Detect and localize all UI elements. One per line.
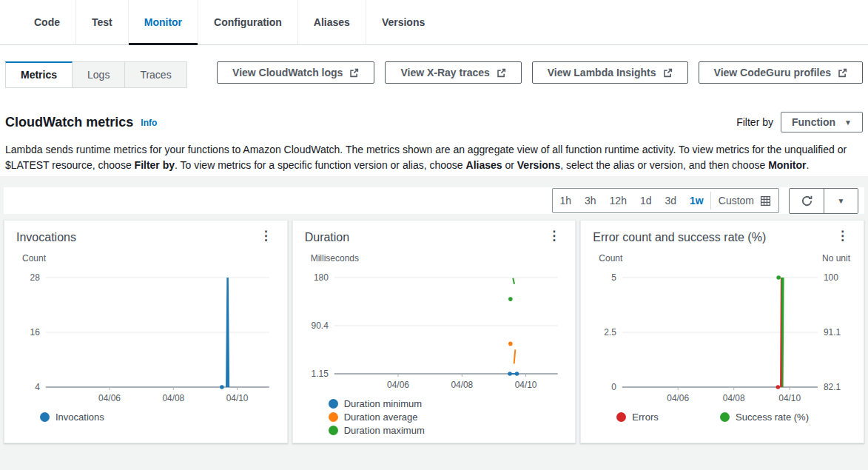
- view-codeguru-profiles-button[interactable]: View CodeGuru profiles: [699, 61, 863, 84]
- series-line: [513, 278, 514, 284]
- svg-text:90.4: 90.4: [311, 320, 329, 331]
- range-custom[interactable]: Custom: [710, 192, 778, 209]
- legend-item-success-rate-[interactable]: Success rate (%): [720, 412, 809, 423]
- svg-text:04/10: 04/10: [779, 393, 801, 403]
- chart-plot: 51002.591.1082.104/0604/0804/10: [593, 267, 852, 405]
- widget-menu-button[interactable]: ⋮: [545, 231, 563, 241]
- filter-dropdown[interactable]: Function ▼: [781, 112, 863, 132]
- legend-color-dot: [616, 412, 626, 422]
- svg-text:0: 0: [611, 382, 616, 392]
- svg-text:100: 100: [824, 272, 838, 283]
- subtab-metrics[interactable]: Metrics: [5, 61, 73, 88]
- legend-item-invocations[interactable]: Invocations: [40, 412, 104, 423]
- legend-label: Invocations: [55, 412, 104, 423]
- svg-text:04/08: 04/08: [451, 380, 473, 390]
- legend-item-duration-average[interactable]: Duration average: [329, 412, 445, 423]
- view-lambda-insights-button[interactable]: View Lambda Insights: [532, 61, 688, 84]
- legend-label: Success rate (%): [736, 412, 809, 423]
- subtab-traces[interactable]: Traces: [125, 61, 186, 88]
- svg-text:04/10: 04/10: [514, 380, 536, 390]
- legend-color-dot: [720, 412, 730, 422]
- series-line: [226, 278, 229, 387]
- tab-code[interactable]: Code: [18, 0, 75, 44]
- axis-unit-row: CountNo unit: [593, 253, 852, 264]
- external-link-icon: [349, 68, 359, 78]
- external-link-icon: [497, 68, 506, 78]
- legend-color-dot: [40, 412, 50, 422]
- svg-text:2.5: 2.5: [605, 327, 617, 338]
- legend-label: Errors: [632, 412, 658, 423]
- time-bar: 1h3h12h1d3d1wCustom ▼: [4, 187, 864, 214]
- metrics-cards: Invocations⋮Count2816404/0604/0804/10Inv…: [4, 220, 864, 443]
- calendar-grid-icon: [760, 195, 771, 207]
- view-x-ray-traces-button[interactable]: View X-Ray traces: [385, 61, 521, 84]
- series-line: [782, 278, 784, 387]
- range-1d[interactable]: 1d: [633, 189, 659, 212]
- svg-text:16: 16: [30, 327, 41, 338]
- legend-label: Duration minimum: [344, 398, 422, 409]
- legend-item-duration-minimum[interactable]: Duration minimum: [329, 398, 445, 409]
- chart-plot: 2816404/0604/0804/10: [16, 267, 275, 405]
- range-12h[interactable]: 12h: [603, 189, 633, 212]
- monitor-subtabs: MetricsLogsTraces: [5, 61, 187, 88]
- refresh-controls: ▼: [789, 188, 858, 214]
- subtab-logs[interactable]: Logs: [73, 61, 125, 88]
- series-marker: [508, 297, 513, 301]
- legend-label: Duration average: [344, 412, 418, 423]
- refresh-icon: [801, 195, 813, 207]
- legend-item-errors[interactable]: Errors: [616, 412, 658, 423]
- legend-color-dot: [329, 426, 338, 435]
- left-axis-unit-label: Count: [599, 253, 622, 264]
- filter-dropdown-value: Function: [792, 116, 835, 128]
- svg-text:5: 5: [611, 272, 616, 283]
- metric-card-1: Invocations⋮Count2816404/0604/0804/10Inv…: [4, 220, 288, 443]
- left-axis-unit-label: Count: [22, 253, 46, 264]
- svg-text:91.1: 91.1: [824, 327, 841, 338]
- series-marker: [777, 275, 781, 280]
- right-axis-unit-label: No unit: [822, 253, 850, 264]
- chart-plot: 18090.41.1504/0604/0804/10: [305, 267, 564, 392]
- tab-aliases[interactable]: Aliases: [297, 0, 366, 44]
- chart-title: Error count and success rate (%): [593, 231, 766, 244]
- svg-text:04/06: 04/06: [387, 380, 409, 390]
- button-label: View CloudWatch logs: [232, 67, 343, 78]
- refresh-options-button[interactable]: ▼: [824, 189, 858, 213]
- info-link[interactable]: Info: [141, 118, 157, 128]
- widget-menu-button[interactable]: ⋮: [833, 231, 852, 241]
- left-axis-unit-label: Milliseconds: [311, 253, 359, 264]
- svg-text:28: 28: [30, 272, 41, 283]
- svg-text:04/06: 04/06: [98, 393, 121, 403]
- axis-unit-row: Count: [16, 253, 275, 264]
- card-header: Error count and success rate (%)⋮: [593, 231, 852, 244]
- range-1w[interactable]: 1w: [683, 189, 710, 212]
- tab-configuration[interactable]: Configuration: [198, 0, 297, 44]
- tab-monitor[interactable]: Monitor: [128, 0, 198, 44]
- chart-title: Duration: [305, 231, 349, 244]
- view-cloudwatch-logs-button[interactable]: View CloudWatch logs: [217, 61, 374, 84]
- range-3d[interactable]: 3d: [659, 189, 684, 212]
- legend-item-duration-maximum[interactable]: Duration maximum: [329, 425, 445, 436]
- filter-by-label: Filter by: [736, 116, 773, 128]
- external-link-icon: [663, 68, 673, 78]
- chart-title: Invocations: [16, 231, 76, 244]
- svg-text:1.15: 1.15: [311, 369, 329, 379]
- svg-text:04/10: 04/10: [226, 393, 249, 403]
- button-label: View X-Ray traces: [400, 67, 489, 78]
- page-title: CloudWatch metrics: [5, 115, 133, 130]
- series-marker: [514, 372, 519, 376]
- time-range-selector: 1h3h12h1d3d1wCustom: [552, 188, 779, 213]
- legend-color-dot: [329, 412, 338, 422]
- metric-card-2: Duration⋮Milliseconds18090.41.1504/0604/…: [292, 220, 576, 443]
- series-line: [514, 349, 515, 363]
- refresh-button[interactable]: [790, 189, 824, 213]
- widget-menu-button[interactable]: ⋮: [257, 231, 275, 241]
- tab-test[interactable]: Test: [75, 0, 128, 44]
- svg-text:04/08: 04/08: [162, 393, 184, 403]
- tab-versions[interactable]: Versions: [366, 0, 440, 44]
- description: Lambda sends runtime metrics for your fu…: [5, 142, 863, 173]
- svg-text:82.1: 82.1: [824, 382, 841, 392]
- range-3h[interactable]: 3h: [578, 189, 603, 212]
- range-custom-label: Custom: [719, 195, 754, 207]
- legend-color-dot: [329, 399, 338, 409]
- range-1h[interactable]: 1h: [553, 189, 578, 212]
